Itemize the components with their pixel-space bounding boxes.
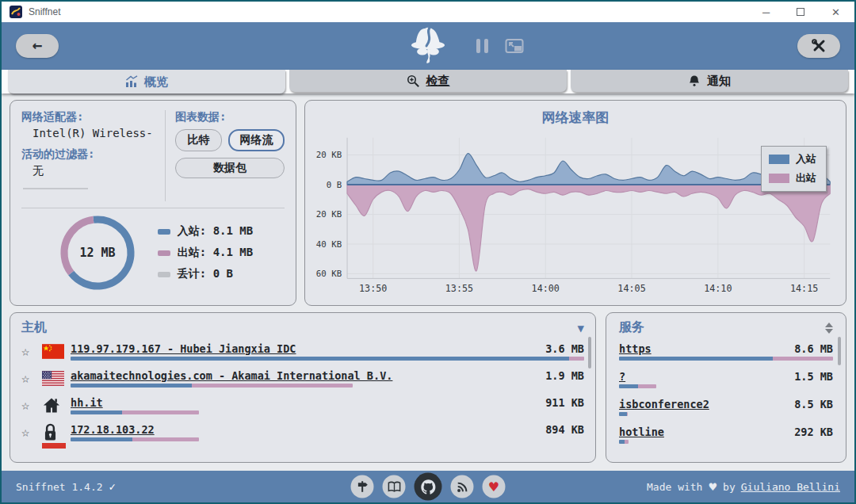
wiki-button[interactable] — [383, 475, 406, 498]
chart-legend-row: 出站 — [769, 171, 816, 185]
area-series-出站 — [347, 185, 830, 271]
settings-tools-icon — [810, 37, 827, 55]
service-name: isbconference2 — [619, 398, 709, 410]
host-traffic-bar — [71, 437, 199, 441]
x-tick-label: 14:15 — [790, 283, 818, 294]
favorite-star-icon[interactable]: ☆ — [21, 370, 42, 386]
legend-text: 丢计: 0 B — [178, 267, 233, 281]
services-panel: 服务 https 8.6 MB ? 1.5 MB — [606, 312, 846, 463]
hosts-title: 主机 — [21, 319, 47, 336]
maximize-button[interactable] — [797, 7, 804, 17]
host-icon — [42, 396, 71, 414]
app-icon — [10, 6, 22, 18]
table-row[interactable]: ☆ 119.97.179.167 - Hubei Jiangxia IDC 3.… — [21, 338, 584, 365]
host-traffic-bar — [71, 384, 353, 388]
hosts-scrollbar[interactable] — [588, 337, 591, 368]
services-title: 服务 — [619, 319, 644, 336]
service-size: 8.5 KB — [794, 398, 833, 410]
thumbnail-mode-icon[interactable] — [505, 38, 524, 54]
service-traffic-bar — [619, 384, 656, 388]
flag-us-icon — [42, 371, 64, 386]
tab-overview[interactable]: 概览 — [8, 70, 285, 94]
update-check-icon: ✓ — [109, 480, 116, 493]
next-row-flag-peek — [42, 443, 66, 449]
legend-swatch — [769, 155, 789, 164]
legend-text: 入站: 8.1 MB — [178, 224, 253, 239]
hosts-list: ☆ 119.97.179.167 - Hubei Jiangxia IDC 3.… — [21, 338, 584, 445]
legend-text: 出站 — [796, 171, 816, 185]
table-row[interactable]: https 8.6 MB — [619, 338, 833, 365]
table-row[interactable]: ☆ akamaitechnologies.com - Akamai Intern… — [21, 365, 584, 391]
table-row[interactable]: isbconference2 8.5 KB — [619, 393, 833, 421]
host-icon — [42, 371, 71, 386]
signpost-button[interactable] — [351, 475, 374, 498]
adapter-value: Intel(R) Wireless- — [21, 127, 157, 139]
x-tick-label: 13:55 — [445, 283, 473, 294]
table-row[interactable]: ☆ hh.it 911 KB — [21, 391, 584, 418]
legend-swatch — [769, 174, 789, 183]
filters-divider — [23, 188, 88, 189]
window-title: Sniffnet — [29, 6, 60, 17]
chart-overview-icon — [125, 75, 138, 88]
adapter-label: 网络适配器: — [21, 110, 157, 124]
tab-inspect[interactable]: 检查 — [289, 70, 567, 92]
favorite-star-icon[interactable]: ☆ — [21, 397, 42, 413]
pause-icon[interactable] — [476, 38, 489, 54]
hosts-sort-icon[interactable]: ▼ — [578, 322, 584, 334]
sniffnet-logo — [410, 25, 446, 67]
favorite-star-icon[interactable]: ☆ — [21, 424, 42, 440]
service-size: 1.5 MB — [794, 370, 833, 383]
maximize-icon — [797, 8, 804, 16]
x-tick-label: 14:10 — [704, 283, 732, 294]
close-button[interactable]: ✕ — [831, 7, 840, 17]
table-row[interactable]: ☆ 172.18.103.22 894 KB — [21, 418, 584, 445]
chart-source-label: 图表数据: — [175, 110, 285, 124]
packets-button[interactable]: 数据包 — [175, 158, 285, 178]
service-traffic-bar — [619, 357, 833, 361]
tab-notifications-label: 通知 — [707, 74, 731, 89]
news-button[interactable] — [451, 475, 474, 498]
hosts-panel: 主机 ▼ ☆ 119.97.179.167 - Hubei Jiangxia I… — [10, 312, 596, 463]
legend-text: 出站: 4.1 MB — [178, 246, 253, 260]
title-bar: Sniffnet ─ ✕ — [2, 2, 854, 22]
filters-value: 无 — [21, 164, 157, 178]
bits-button[interactable]: 比特 — [175, 129, 222, 151]
donut-legend-row: 入站: 8.1 MB — [158, 224, 253, 239]
services-scrollbar[interactable] — [838, 337, 841, 365]
area-series-入站 — [347, 154, 830, 185]
heart-icon: ♥ — [488, 479, 499, 494]
author-link[interactable]: Giuliano Bellini — [741, 481, 840, 493]
favorite-star-icon[interactable]: ☆ — [21, 343, 42, 359]
legend-text: 入站 — [796, 152, 816, 166]
legend-swatch — [158, 229, 170, 235]
host-name: akamaitechnologies.com - Akamai Internat… — [71, 369, 392, 382]
book-icon — [387, 480, 401, 493]
footer-bar: Sniffnet 1.4.2 ✓ — [2, 471, 854, 502]
table-row[interactable]: hotline 292 KB — [619, 421, 833, 449]
traffic-rate-panel: 网络速率图 13:5013:5514:0014:0514:1014:1520 K… — [304, 100, 846, 306]
services-sort-icon[interactable] — [825, 323, 833, 334]
sponsor-button[interactable]: ♥ — [483, 475, 506, 498]
filters-label: 活动的过滤器: — [21, 147, 157, 162]
host-name: 119.97.179.167 - Hubei Jiangxia IDC — [71, 342, 296, 355]
host-size: 3.6 MB — [545, 342, 584, 355]
bell-icon — [688, 74, 701, 87]
back-button[interactable]: ← — [16, 34, 59, 58]
host-traffic-bar — [71, 410, 199, 414]
settings-button[interactable] — [797, 34, 840, 58]
services-list: https 8.6 MB ? 1.5 MB isbconference2 8.5… — [619, 338, 833, 449]
sniffnet-window: Sniffnet ─ ✕ ← — [0, 0, 856, 504]
tab-notifications[interactable]: 通知 — [571, 70, 848, 92]
host-size: 894 KB — [545, 423, 584, 436]
table-row[interactable]: ? 1.5 MB — [619, 365, 833, 393]
home-icon — [42, 396, 61, 414]
y-tick-label: 60 KB — [316, 269, 342, 279]
minimize-button[interactable]: ─ — [762, 7, 770, 17]
donut-legend-row: 出站: 4.1 MB — [158, 246, 253, 260]
zoom-magnifier-icon — [407, 74, 420, 88]
donut-legend-row: 丢计: 0 B — [158, 267, 253, 281]
host-name: hh.it — [71, 396, 103, 409]
github-button[interactable] — [415, 473, 442, 501]
netflow-button[interactable]: 网络流 — [228, 129, 285, 151]
sort-up-arrow — [825, 323, 833, 327]
